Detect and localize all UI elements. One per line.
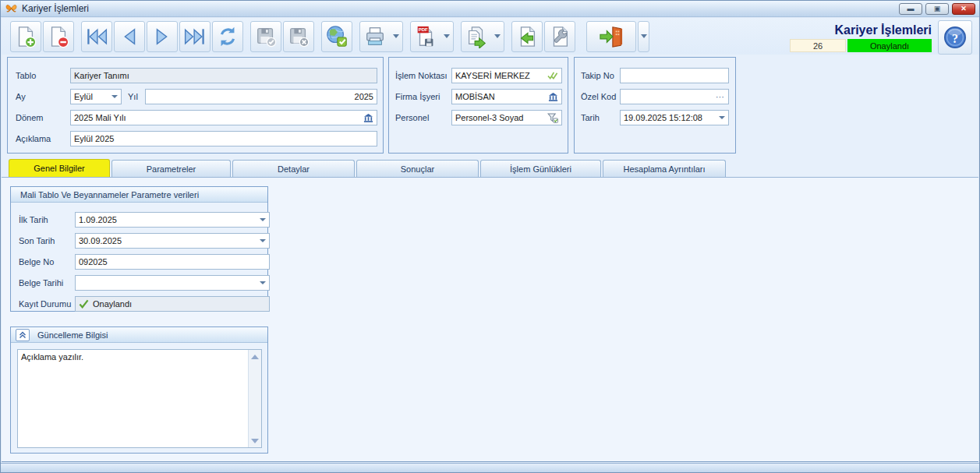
yil-input[interactable]: 2025 — [145, 89, 377, 104]
aciklama-label: Açıklama — [16, 134, 51, 143]
pdf-document-icon: PDF — [414, 25, 437, 48]
import-document-button[interactable] — [511, 21, 543, 52]
approved-check-icon — [79, 299, 89, 309]
close-button[interactable]: ✕ — [952, 3, 975, 15]
mali-tablo-panel: Mali Tablo Ve Beyannameler Parametre ver… — [10, 186, 268, 312]
app-window: Kariyer İşlemleri ▬ ▣ ✕ — [0, 0, 980, 473]
record-number: 26 — [790, 39, 846, 52]
approved-double-check-icon — [547, 71, 558, 80]
belge-no-input[interactable]: 092025 — [75, 254, 270, 270]
exit-dropdown-button[interactable] — [638, 21, 649, 52]
delete-document-icon — [47, 25, 70, 48]
personel-filter-icon[interactable] — [547, 113, 558, 123]
panel-organization: İşlem Noktası KAYSERİ MERKEZ Firma İşyer… — [388, 57, 568, 154]
ilk-tarih-picker[interactable]: 1.09.2025 — [75, 212, 270, 228]
svg-text:PDF: PDF — [419, 26, 428, 32]
memo-scrollbar[interactable] — [248, 350, 261, 447]
delete-record-button[interactable] — [43, 21, 74, 52]
tab-sonuclar[interactable]: Sonuçlar — [356, 160, 479, 177]
takip-no-input[interactable] — [620, 68, 729, 83]
tab-content-genel-bilgiler: Mali Tablo Ve Beyannameler Parametre ver… — [2, 178, 978, 462]
firma-isyeri-field[interactable]: MOBİSAN — [451, 89, 562, 104]
tab-parametreler[interactable]: Parametreler — [111, 160, 231, 177]
ay-select[interactable]: Eylül — [70, 89, 122, 104]
previous-record-button[interactable] — [114, 21, 145, 52]
scroll-down-icon[interactable] — [249, 435, 261, 447]
window-bottom-border — [1, 463, 979, 472]
tarih-picker[interactable]: 19.09.2025 15:12:08 — [620, 110, 729, 125]
ilk-tarih-dropdown-arrow[interactable] — [260, 218, 266, 221]
scroll-up-icon[interactable] — [249, 351, 261, 362]
aciklama-input[interactable]: Eylül 2025 — [70, 131, 377, 146]
first-record-icon — [85, 26, 108, 47]
tab-genel-bilgiler[interactable]: Genel Bilgiler — [9, 159, 110, 177]
exit-dropdown-caret — [641, 34, 647, 38]
print-dropdown-caret[interactable] — [393, 34, 399, 38]
previous-record-icon — [119, 26, 140, 47]
tab-islem-gunlukleri[interactable]: İşlem Günlükleri — [480, 160, 601, 177]
refresh-button[interactable] — [212, 21, 243, 52]
web-approve-button[interactable] — [321, 21, 352, 52]
ozel-kod-input[interactable]: ⋯ — [620, 89, 729, 104]
save-disabled-icon — [254, 25, 278, 48]
donem-lookup-bank-icon[interactable] — [363, 113, 373, 123]
refresh-icon — [216, 25, 239, 48]
guncelleme-memo[interactable]: Açıklama yazılır. — [17, 349, 262, 448]
ay-dropdown-arrow[interactable] — [111, 95, 118, 98]
minimize-button[interactable]: ▬ — [899, 3, 922, 15]
first-record-button[interactable] — [81, 21, 112, 52]
tab-detaylar[interactable]: Detaylar — [232, 160, 355, 177]
document-tools-button[interactable] — [544, 21, 575, 52]
son-tarih-picker[interactable]: 30.09.2025 — [75, 233, 270, 249]
ozel-kod-lookup-button[interactable]: ⋯ — [716, 92, 725, 102]
kayit-durumu-label: Kayıt Durumu — [19, 299, 71, 309]
firma-isyeri-label: Firma İşyeri — [395, 92, 440, 101]
exit-door-icon — [598, 25, 624, 48]
personel-label: Personel — [395, 113, 429, 122]
son-tarih-dropdown-arrow[interactable] — [260, 239, 266, 242]
page-title: Kariyer İşlemleri — [834, 23, 932, 38]
copy-transfer-button[interactable] — [461, 21, 504, 52]
save-cancel-disabled-icon — [287, 25, 310, 48]
pdf-save-button[interactable]: PDF — [410, 21, 454, 52]
guncelleme-panel-title: Güncelleme Bilgisi — [37, 330, 108, 340]
collapse-panel-button[interactable] — [16, 329, 30, 341]
tab-hesaplama-ayrintilari[interactable]: Hesaplama Ayrıntıları — [603, 160, 726, 177]
son-tarih-label: Son Tarih — [19, 236, 55, 245]
new-record-button[interactable] — [10, 21, 41, 52]
header-form-area: Tablo Kariyer Tanımı Ay Eylül Yıl 2025 D… — [2, 55, 978, 159]
donem-input[interactable]: 2025 Mali Yılı — [70, 110, 377, 125]
exit-button[interactable] — [586, 21, 636, 52]
belge-no-label: Belge No — [19, 257, 54, 267]
belge-tarihi-picker[interactable] — [75, 275, 270, 291]
next-record-icon — [152, 26, 172, 47]
import-document-icon — [515, 25, 539, 48]
ay-label: Ay — [16, 92, 26, 101]
next-record-button[interactable] — [147, 21, 178, 52]
window-title: Kariyer İşlemleri — [22, 3, 89, 14]
mali-tablo-panel-title: Mali Tablo Ve Beyannameler Parametre ver… — [20, 190, 199, 199]
yil-label: Yıl — [128, 92, 138, 101]
guncelleme-memo-text[interactable]: Açıklama yazılır. — [18, 350, 248, 447]
last-record-button[interactable] — [179, 21, 211, 52]
firma-lookup-bank-icon[interactable] — [548, 92, 558, 102]
title-bar: Kariyer İşlemleri ▬ ▣ ✕ — [1, 1, 979, 17]
islem-noktasi-field[interactable]: KAYSERİ MERKEZ — [451, 68, 562, 83]
collapse-chevrons-icon — [19, 331, 27, 339]
panel-definition: Tablo Kariyer Tanımı Ay Eylül Yıl 2025 D… — [7, 57, 384, 154]
personel-field[interactable]: Personel-3 Soyad — [451, 110, 562, 125]
copy-dropdown-caret[interactable] — [494, 34, 501, 38]
new-document-icon — [14, 25, 37, 48]
tarih-dropdown-arrow[interactable] — [719, 116, 725, 119]
belge-tarihi-label: Belge Tarihi — [19, 278, 63, 288]
islem-noktasi-label: İşlem Noktası — [395, 71, 448, 80]
svg-text:?: ? — [952, 32, 958, 45]
belge-tarihi-dropdown-arrow[interactable] — [260, 281, 266, 284]
help-button[interactable]: ? — [938, 20, 972, 55]
restore-button[interactable]: ▣ — [925, 3, 949, 15]
save-cancel-button[interactable] — [283, 21, 314, 52]
pdf-dropdown-caret[interactable] — [444, 34, 450, 38]
guncelleme-panel-header: Güncelleme Bilgisi — [11, 327, 267, 343]
print-button[interactable] — [359, 21, 403, 52]
save-button[interactable] — [250, 21, 281, 52]
